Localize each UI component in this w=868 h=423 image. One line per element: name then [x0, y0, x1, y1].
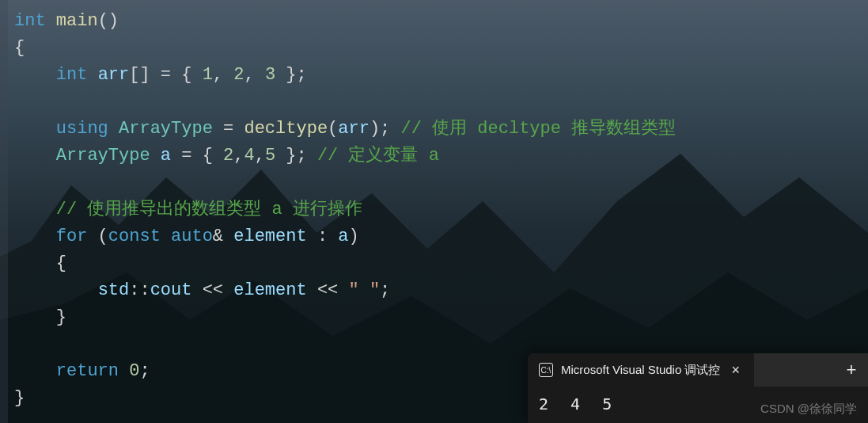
keyword-return: return [56, 361, 119, 381]
comment: // 使用 decltype 推导数组类型 [401, 119, 677, 139]
keyword-auto: auto [171, 227, 213, 246]
keyword-const: const [108, 227, 161, 246]
code-block[interactable]: int main() { int arr[] = { 1, 2, 3 }; us… [0, 0, 868, 412]
editor-gutter [0, 0, 8, 423]
console-tab[interactable]: C:\ Microsoft Visual Studio 调试控 × [528, 353, 754, 387]
fn-decltype: decltype [244, 119, 328, 139]
obj-cout: cout [150, 280, 192, 300]
var-a: a [161, 146, 171, 166]
close-icon[interactable]: × [728, 362, 743, 379]
var-element: element [233, 280, 306, 300]
fn-main: main [56, 11, 98, 31]
keyword-for: for [56, 227, 88, 246]
brace-close: } [56, 307, 66, 327]
keyword-using: using [56, 119, 108, 139]
var-a: a [338, 227, 348, 246]
comment: // 使用推导出的数组类型 a 进行操作 [56, 200, 362, 219]
comment: // 定义变量 a [317, 146, 439, 166]
keyword-int: int [14, 11, 46, 31]
string-literal: " " [349, 280, 381, 300]
brace-open: { [14, 38, 25, 58]
var-element: element [233, 227, 306, 246]
console-tabbar: C:\ Microsoft Visual Studio 调试控 × + [528, 353, 868, 387]
brace-open: { [56, 253, 66, 273]
watermark: CSDN @徐徐同学 [760, 402, 857, 417]
var-arr: arr [98, 65, 130, 85]
keyword-int: int [56, 65, 88, 85]
terminal-icon: C:\ [539, 363, 553, 377]
ns-std: std [98, 280, 130, 300]
brace-close: } [14, 388, 25, 408]
type-arraytype: ArrayType [56, 146, 150, 166]
type-arraytype: ArrayType [119, 119, 213, 139]
new-tab-button[interactable]: + [835, 360, 868, 380]
paren: () [98, 11, 119, 31]
console-tab-title: Microsoft Visual Studio 调试控 [561, 363, 720, 378]
code-editor: int main() { int arr[] = { 1, 2, 3 }; us… [0, 0, 868, 423]
